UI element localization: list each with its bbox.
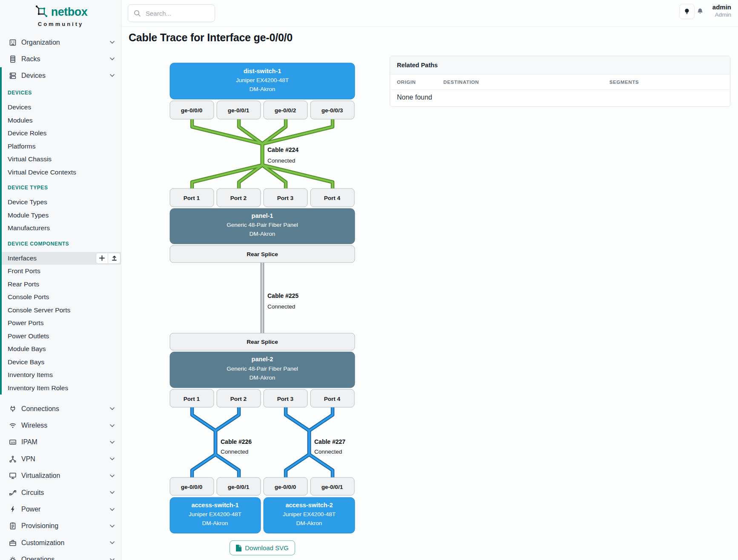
sidebar-item-label: Operations xyxy=(21,556,55,560)
add-button[interactable] xyxy=(96,253,108,264)
lightbulb-icon xyxy=(683,8,690,15)
sidebar-item-virtual-chassis[interactable]: Virtual Chassis xyxy=(2,153,121,166)
sidebar-item-customization[interactable]: Customization xyxy=(0,534,121,551)
sidebar-item-virtualization[interactable]: Virtualization xyxy=(0,468,121,484)
sidebar-item-front-ports[interactable]: Front Ports xyxy=(2,265,121,278)
rack-icon xyxy=(9,55,17,63)
trace-node-panel-2[interactable]: panel-2 Generic 48-Pair Fiber Panel DM-A… xyxy=(170,352,355,388)
cable-label[interactable]: Cable #227 xyxy=(314,438,345,445)
device-name[interactable]: dist-switch-1 xyxy=(244,68,281,74)
sidebar-item-rear-ports[interactable]: Rear Ports xyxy=(2,278,121,291)
sidebar-item-devices-list[interactable]: Devices xyxy=(2,101,121,114)
sidebar-item-connections[interactable]: Connections xyxy=(0,400,121,417)
device-name[interactable]: access-switch-1 xyxy=(191,502,238,509)
sidebar-item-ipam[interactable]: 123 IPAM xyxy=(0,434,121,451)
circuit-connection-icon xyxy=(9,489,17,497)
sidebar-item-wireless[interactable]: Wireless xyxy=(0,417,121,434)
gear-icon xyxy=(9,555,17,560)
front-port-label[interactable]: Port 3 xyxy=(277,195,294,201)
sidebar-item-provisioning[interactable]: Provisioning xyxy=(0,518,121,534)
device-name[interactable]: access-switch-2 xyxy=(285,502,333,509)
sidebar-item-inventory-item-roles[interactable]: Inventory Item Roles xyxy=(2,382,121,395)
main-content: admin Admin Cable Trace for Interface ge… xyxy=(121,0,738,560)
sidebar-item-console-ports[interactable]: Console Ports xyxy=(2,291,121,304)
interface-label[interactable]: ge-0/0/2 xyxy=(275,107,296,114)
interface-label[interactable]: ge-0/0/0 xyxy=(275,484,296,490)
trace-node-dist-switch-1[interactable]: dist-switch-1 Juniper EX4200-48T DM-Akro… xyxy=(170,63,355,99)
cable-226-label[interactable]: Cable #226 Connected xyxy=(221,438,252,455)
sidebar-item-manufacturers[interactable]: Manufacturers xyxy=(2,222,121,235)
sidebar-item-platforms[interactable]: Platforms xyxy=(2,140,121,153)
sidebar-item-circuits[interactable]: Circuits xyxy=(0,484,121,501)
cable-label[interactable]: Cable #226 xyxy=(221,438,252,445)
cable-label[interactable]: Cable #225 xyxy=(267,292,299,299)
sidebar-item-device-types[interactable]: Device Types xyxy=(2,196,121,209)
column-header-destination: DESTINATION xyxy=(443,80,609,85)
counter-icon: 123 xyxy=(9,438,17,446)
interface-label[interactable]: ge-0/0/1 xyxy=(228,484,250,490)
trace-front-port-row-panel2[interactable]: Port 1 Port 2 Port 3 Port 4 xyxy=(170,389,354,407)
sidebar-item-operations[interactable]: Operations xyxy=(0,551,121,560)
interface-label[interactable]: ge-0/0/1 xyxy=(228,107,250,114)
cable-status: Connected xyxy=(267,303,295,310)
cable-label[interactable]: Cable #224 xyxy=(267,146,299,153)
trace-rear-port-panel2[interactable]: Rear Splice xyxy=(170,333,355,350)
trace-node-access-switch-2[interactable]: access-switch-2 Juniper EX4200-48T DM-Ak… xyxy=(264,497,355,533)
sidebar-item-inventory-items[interactable]: Inventory Items xyxy=(2,369,121,382)
chevron-down-icon xyxy=(110,541,115,544)
interface-label[interactable]: ge-0/0/0 xyxy=(181,484,202,490)
sidebar-item-modules[interactable]: Modules xyxy=(2,114,121,127)
sidebar-item-vpn[interactable]: VPN xyxy=(0,451,121,467)
trace-rear-port-panel1[interactable]: Rear Splice xyxy=(170,246,355,263)
trace-interface-row-top[interactable]: ge-0/0/0 ge-0/0/1 ge-0/0/2 ge-0/0/3 xyxy=(170,101,354,119)
device-site: DM-Akron xyxy=(296,520,322,526)
sidebar-item-organization[interactable]: Organization xyxy=(0,34,121,51)
trace-interface-row-bottom[interactable]: ge-0/0/0 ge-0/0/1 ge-0/0/0 ge-0/0/1 xyxy=(170,477,354,495)
sidebar-item-virtual-device-contexts[interactable]: Virtual Device Contexts xyxy=(2,166,121,179)
cable-225-label[interactable]: Cable #225 Connected xyxy=(267,292,299,310)
trace-front-port-row-panel1[interactable]: Port 1 Port 2 Port 3 Port 4 xyxy=(170,189,354,207)
sidebar-item-power-outlets[interactable]: Power Outlets xyxy=(2,330,121,343)
chevron-down-icon xyxy=(110,558,115,560)
front-port-label[interactable]: Port 4 xyxy=(324,396,341,402)
front-port-label[interactable]: Port 1 xyxy=(184,195,200,201)
device-name[interactable]: panel-2 xyxy=(252,356,273,363)
cable-224-label[interactable]: Cable #224 Connected xyxy=(267,146,299,164)
device-model: Juniper EX4200-48T xyxy=(283,511,336,517)
user-menu[interactable]: admin Admin xyxy=(692,3,731,18)
import-button[interactable] xyxy=(108,253,121,264)
download-svg-button[interactable]: Download SVG xyxy=(230,540,295,555)
sidebar-item-device-bays[interactable]: Device Bays xyxy=(2,356,121,369)
front-port-label[interactable]: Port 2 xyxy=(230,396,247,402)
sidebar-item-device-roles[interactable]: Device Roles xyxy=(2,127,121,140)
sidebar-item-module-bays[interactable]: Module Bays xyxy=(2,343,121,356)
sidebar-item-power[interactable]: Power xyxy=(0,501,121,517)
sidebar-item-console-server-ports[interactable]: Console Server Ports xyxy=(2,304,121,317)
search-input[interactable] xyxy=(145,9,206,17)
sidebar-item-power-ports[interactable]: Power Ports xyxy=(2,317,121,330)
sidebar-item-racks[interactable]: Racks xyxy=(0,51,121,67)
front-port-label[interactable]: Port 3 xyxy=(277,396,294,402)
app-logo[interactable]: netbox Community xyxy=(0,3,121,27)
front-port-label[interactable]: Port 1 xyxy=(184,396,200,402)
device-name[interactable]: panel-1 xyxy=(252,212,273,219)
cable-227-label[interactable]: Cable #227 Connected xyxy=(314,438,345,455)
rear-port-label[interactable]: Rear Splice xyxy=(247,339,278,345)
chevron-down-icon xyxy=(110,57,115,60)
sidebar-item-label: IPAM xyxy=(21,438,37,446)
interface-label[interactable]: ge-0/0/3 xyxy=(322,107,343,114)
device-model: Juniper EX4200-48T xyxy=(189,511,241,517)
rear-port-label[interactable]: Rear Splice xyxy=(247,251,278,257)
interface-label[interactable]: ge-0/0/0 xyxy=(181,107,202,114)
trace-node-access-switch-1[interactable]: access-switch-1 Juniper EX4200-48T DM-Ak… xyxy=(170,497,261,533)
trace-node-panel-1[interactable]: panel-1 Generic 48-Pair Fiber Panel DM-A… xyxy=(170,209,355,244)
sidebar-item-interfaces[interactable]: Interfaces xyxy=(2,252,121,265)
search-box[interactable] xyxy=(128,4,215,22)
front-port-label[interactable]: Port 2 xyxy=(230,195,247,201)
interface-label[interactable]: ge-0/0/1 xyxy=(322,484,343,490)
plug-icon xyxy=(9,405,17,413)
sidebar-item-module-types[interactable]: Module Types xyxy=(2,209,121,222)
front-port-label[interactable]: Port 4 xyxy=(324,195,341,201)
device-model: Juniper EX4200-48T xyxy=(236,77,289,83)
sidebar-item-devices[interactable]: Devices xyxy=(2,67,121,84)
